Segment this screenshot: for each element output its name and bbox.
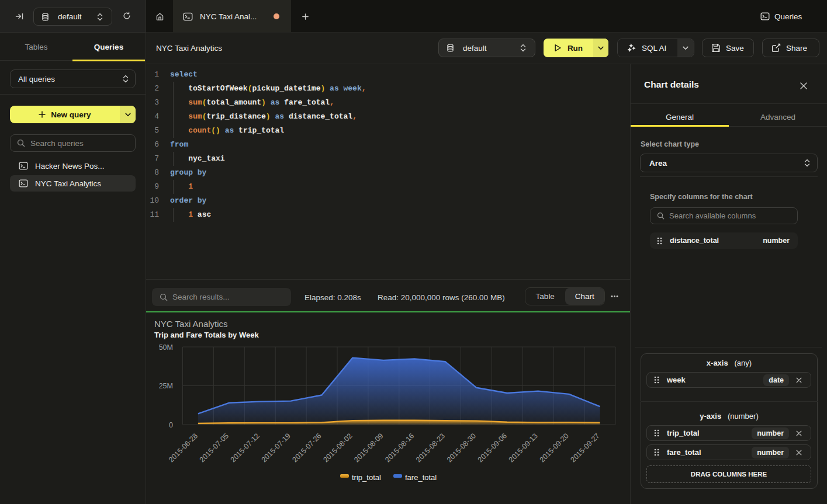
svg-text:2015-07-12: 2015-07-12: [229, 432, 261, 464]
svg-text:2015-07-19: 2015-07-19: [260, 432, 292, 464]
svg-text:0: 0: [169, 421, 173, 429]
svg-text:2015-08-30: 2015-08-30: [445, 432, 477, 464]
svg-text:fare_total: fare_total: [405, 473, 437, 482]
svg-text:2015-08-09: 2015-08-09: [352, 432, 385, 464]
svg-text:2015-09-20: 2015-09-20: [538, 432, 570, 464]
svg-text:2015-08-16: 2015-08-16: [383, 432, 416, 464]
svg-text:2015-07-26: 2015-07-26: [291, 432, 323, 464]
svg-text:50M: 50M: [159, 343, 173, 352]
svg-text:2015-09-13: 2015-09-13: [507, 432, 539, 464]
svg-text:2015-09-06: 2015-09-06: [476, 432, 508, 464]
svg-text:2015-07-05: 2015-07-05: [198, 432, 230, 464]
svg-text:2015-08-23: 2015-08-23: [414, 432, 447, 464]
svg-text:25M: 25M: [159, 382, 173, 390]
svg-text:2015-09-27: 2015-09-27: [569, 432, 601, 464]
svg-text:2015-08-02: 2015-08-02: [321, 432, 354, 464]
svg-text:2015-06-28: 2015-06-28: [167, 432, 199, 464]
svg-text:trip_total: trip_total: [352, 473, 381, 482]
